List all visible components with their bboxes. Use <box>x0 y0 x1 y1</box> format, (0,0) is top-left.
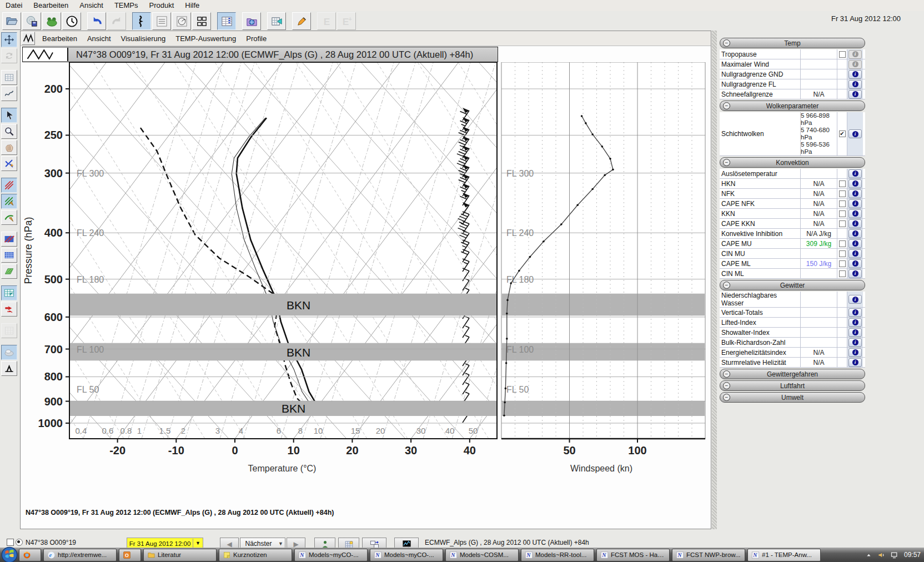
info-button[interactable]: i <box>848 259 862 268</box>
tray-expand-icon[interactable] <box>865 551 873 559</box>
info-button[interactable]: i <box>848 90 862 99</box>
taskbar-button-7[interactable]: NModels~COSM... <box>445 549 519 561</box>
profile-tool-button[interactable] <box>1 86 17 101</box>
pan-hand-button[interactable] <box>1 140 17 155</box>
panel-splitter[interactable] <box>712 31 717 529</box>
multi-panel-button[interactable] <box>192 12 211 30</box>
green-hatch-edit-button[interactable] <box>1 194 17 209</box>
inner-menu-temp-auswertung[interactable]: TEMP-Auswertung <box>170 33 241 44</box>
taskbar-button-9[interactable]: NFCST MOS - Hau... <box>596 549 670 561</box>
cloud-layer-button[interactable] <box>1 345 17 360</box>
collapse-icon[interactable]: − <box>723 370 730 378</box>
taskbar-button-4[interactable]: Kurznotizen <box>219 549 292 561</box>
info-button[interactable]: i <box>848 249 862 258</box>
param-checkbox[interactable] <box>839 240 846 247</box>
skewt-and-wind-chart[interactable]: 2002503004005006007008009001000Pressure … <box>20 62 711 529</box>
menu-datei[interactable]: Datei <box>0 0 28 11</box>
param-checkbox[interactable] <box>839 260 846 267</box>
hodograph-view-button[interactable] <box>172 12 191 30</box>
collapse-icon[interactable]: − <box>723 39 730 47</box>
collapse-icon[interactable]: − <box>723 394 730 401</box>
volume-icon[interactable] <box>877 551 886 559</box>
taskbar-button-5[interactable]: NModels~myCO-... <box>294 549 368 561</box>
save-media-button[interactable] <box>22 12 41 30</box>
param-checkbox[interactable]: ✔ <box>839 131 846 137</box>
zoom-tool-button[interactable] <box>1 124 17 139</box>
section-header-luftfahrt[interactable]: −Luftfahrt <box>720 380 865 391</box>
taskbar-button-0[interactable] <box>19 549 41 561</box>
taskbar-button-10[interactable]: NFCST NWP-brow... <box>672 549 745 561</box>
globe-data-button[interactable] <box>242 12 261 30</box>
info-button[interactable]: i <box>848 328 862 337</box>
info-button[interactable]: i <box>848 199 862 208</box>
open-folder-button[interactable] <box>2 12 21 30</box>
menu-temps[interactable]: TEMPs <box>109 0 144 11</box>
inner-menu-ansicht[interactable]: Ansicht <box>82 33 116 44</box>
collapse-icon[interactable]: − <box>723 382 730 389</box>
start-button[interactable] <box>1 548 18 562</box>
info-button[interactable]: i <box>848 70 862 79</box>
parameter-table-button[interactable] <box>217 12 236 30</box>
section-header-wolkenparameter[interactable]: −Wolkenparameter <box>720 101 865 111</box>
select-cursor-button[interactable] <box>1 108 17 123</box>
inner-menu-profile[interactable]: Profile <box>241 33 272 44</box>
param-checkbox[interactable] <box>839 210 846 217</box>
taskbar-button-11[interactable]: N#1 - TEMP-Anw... <box>747 549 821 561</box>
param-checkbox[interactable] <box>839 220 846 227</box>
info-button[interactable]: i <box>848 169 862 178</box>
menu-bearbeiten[interactable]: Bearbeiten <box>28 0 74 11</box>
chart-export-button[interactable] <box>267 12 286 30</box>
move-tool-button[interactable] <box>1 32 17 47</box>
taskbar-button-8[interactable]: NModels~RR-tool... <box>521 549 594 561</box>
chevron-down-icon[interactable]: ▼ <box>277 541 285 546</box>
section-header-gewitter[interactable]: −Gewitter <box>720 280 865 290</box>
section-header-gewittergefahren[interactable]: −Gewittergefahren <box>720 369 865 379</box>
section-header-umwelt[interactable]: −Umwelt <box>720 392 865 403</box>
info-button[interactable]: i <box>848 239 862 248</box>
param-checkbox[interactable] <box>839 51 846 58</box>
green-curve-edit-button[interactable] <box>1 210 17 225</box>
param-checkbox[interactable] <box>839 180 846 187</box>
temp-window-icon[interactable] <box>22 32 35 45</box>
temp-diagram-button[interactable] <box>132 12 151 30</box>
inner-menu-bearbeiten[interactable]: Bearbeiten <box>37 33 82 44</box>
clock-tool-button[interactable] <box>62 12 81 30</box>
network-icon[interactable] <box>890 551 898 559</box>
info-button[interactable]: i <box>848 80 862 89</box>
info-button[interactable]: i <box>848 348 862 357</box>
info-button[interactable]: i <box>848 189 862 198</box>
info-button[interactable]: i <box>848 295 862 304</box>
collapse-icon[interactable]: − <box>723 102 730 109</box>
station-checkbox[interactable] <box>7 539 14 546</box>
info-button[interactable]: i <box>848 269 862 278</box>
add-point-button[interactable] <box>1 156 17 171</box>
info-button[interactable]: i <box>848 229 862 238</box>
red-arrows-tool-button[interactable] <box>1 302 17 317</box>
chevron-down-icon[interactable]: ▼ <box>193 539 203 548</box>
blue-grid-layer-button[interactable] <box>1 248 17 263</box>
param-checkbox[interactable] <box>839 270 846 277</box>
taskbar-button-1[interactable]: ehttp://extremwe... <box>43 549 117 561</box>
info-button[interactable]: i <box>848 209 862 218</box>
cyan-grid-edit-button[interactable] <box>1 285 17 300</box>
stripes-layer-button[interactable] <box>1 232 17 247</box>
table-tool-button[interactable] <box>1 70 17 85</box>
taskbar-button-2[interactable]: O <box>119 549 141 561</box>
frog-tool-button[interactable] <box>42 12 61 30</box>
edit-pencil-button[interactable] <box>292 12 311 30</box>
info-button[interactable]: i <box>848 318 862 327</box>
station-radio[interactable] <box>16 539 23 546</box>
collapse-icon[interactable]: − <box>723 282 730 289</box>
info-button[interactable]: i <box>848 358 862 367</box>
param-checkbox[interactable] <box>839 200 846 207</box>
section-header-konvektion[interactable]: −Konvektion <box>720 157 865 168</box>
info-button[interactable]: i <box>848 179 862 188</box>
section-header-temp[interactable]: −Temp <box>720 38 865 48</box>
info-button[interactable]: i <box>848 338 862 347</box>
text-view-button[interactable] <box>152 12 171 30</box>
green-area-layer-button[interactable] <box>1 264 17 279</box>
menu-hilfe[interactable]: Hilfe <box>179 0 205 11</box>
info-button[interactable]: i <box>848 308 862 317</box>
param-checkbox[interactable] <box>839 190 846 197</box>
info-button[interactable]: i <box>848 219 862 228</box>
